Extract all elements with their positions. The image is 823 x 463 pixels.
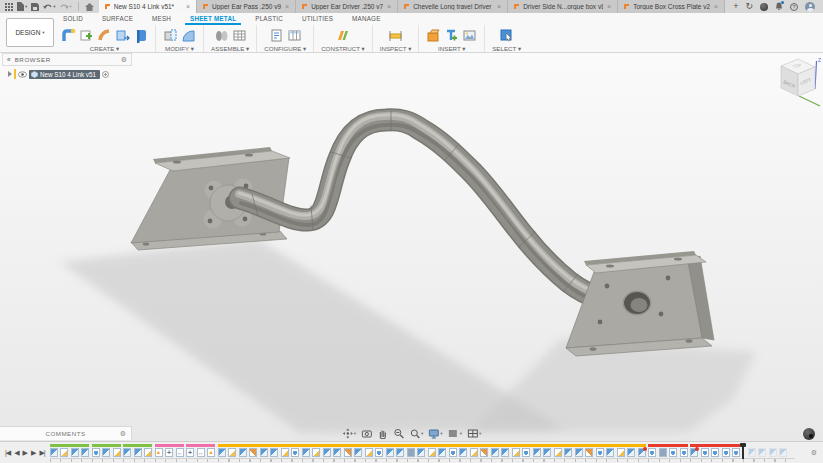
timeline-feature-icon[interactable] [396,448,404,457]
timeline-feature-icon[interactable] [50,448,58,457]
timeline-feature-icon[interactable] [638,448,646,457]
timeline-feature-icon[interactable] [543,448,551,457]
timeline-feature-icon[interactable] [428,448,436,457]
timeline-feature-icon[interactable] [71,448,79,457]
timeline-feature-icon[interactable] [564,448,572,457]
timeline-feature-icon[interactable] [270,448,278,457]
timeline-feature-icon[interactable] [596,448,604,457]
group-label-select[interactable]: SELECT ▾ [492,45,521,52]
view-cube[interactable]: Z BACK LEFT TOP [773,55,821,113]
tab-close-icon[interactable]: × [284,3,290,10]
timeline-feature-icon[interactable] [617,448,625,457]
insert-decal-icon[interactable] [426,28,441,43]
timeline-feature-icon[interactable] [491,448,499,457]
browser-settings-gear-icon[interactable]: ⚙ [121,56,127,63]
timeline-feature-icon[interactable] [680,448,688,457]
viewports-button[interactable]: ▾ [467,428,481,439]
tab-sheet-metal[interactable]: SHEET METAL [185,15,241,25]
visibility-eye-icon[interactable] [18,71,27,78]
display-settings-button[interactable]: ▾ [428,428,442,439]
timeline-feature-icon[interactable] [501,448,509,457]
timeline-feature-icon[interactable] [134,448,142,457]
timeline-feature-icon[interactable] [344,448,352,457]
undo-icon[interactable]: ▾ [43,3,55,11]
timeline-feature-icon[interactable] [701,448,709,457]
timeline-feature-icon[interactable] [386,448,394,457]
timeline-feature-icon[interactable] [758,448,766,457]
group-label-configure[interactable]: CONFIGURE ▾ [264,45,306,52]
workspace-selector-button[interactable]: DESIGN ▾ [6,18,54,47]
timeline-feature-icon[interactable] [354,448,362,457]
timeline-feature-icon[interactable] [375,448,383,457]
timeline-feature-icon[interactable] [648,448,656,457]
thicken-tool-icon[interactable] [133,28,148,43]
go-to-end-button[interactable]: ▶| [39,449,44,456]
timeline-feature-icon[interactable] [606,448,614,457]
document-tab[interactable]: New S10 4 Link v51* × [99,0,197,13]
sync-icon[interactable]: ↻ [745,2,753,11]
save-icon[interactable] [31,3,39,11]
timeline-feature-icon[interactable] [155,448,163,457]
tab-mesh[interactable]: MESH [147,15,176,25]
document-tab[interactable]: Upper Ear Pass .250 v9 × [197,0,296,13]
timeline-feature-icon[interactable] [512,448,520,457]
timeline-feature-icon[interactable] [113,448,121,457]
timeline-feature-icon[interactable] [669,448,677,457]
timeline-feature-icon[interactable] [165,448,173,457]
notifications-bell-icon[interactable] [775,2,783,12]
step-back-button[interactable]: ◀ [14,449,18,456]
help-icon[interactable]: ? [790,3,798,11]
timeline-feature-icon[interactable] [312,448,320,457]
bend-tool-icon[interactable] [97,28,112,43]
look-at-button[interactable] [361,428,372,439]
pan-button[interactable] [377,428,388,439]
timeline-feature-icon[interactable] [575,448,583,457]
user-avatar[interactable] [805,2,815,12]
timeline-feature-icon[interactable] [228,448,236,457]
timeline-feature-icon[interactable] [732,448,740,457]
file-menu-icon[interactable]: ▾ [17,2,27,11]
browser-root-row[interactable]: New S10 4 Link v51 [2,69,132,79]
timeline-feature-icon[interactable] [585,448,593,457]
group-label-construct[interactable]: CONSTRUCT ▾ [321,45,365,52]
timeline-feature-icon[interactable] [197,448,205,457]
expand-arrow-icon[interactable] [8,71,12,77]
timeline-feature-icon[interactable] [281,448,289,457]
timeline-feature-icon[interactable] [60,448,68,457]
group-label-create[interactable]: CREATE ▾ [90,45,119,52]
tab-plastic[interactable]: PLASTIC [250,15,288,25]
configuration-table-icon[interactable] [287,28,302,43]
tab-close-icon[interactable]: × [386,3,392,10]
timeline-playhead[interactable] [742,445,744,459]
app-grid-icon[interactable] [5,3,13,11]
timeline-feature-icon[interactable] [291,448,299,457]
timeline-feature-icon[interactable] [92,448,100,457]
root-component-chip[interactable]: New S10 4 Link v51 [29,70,100,79]
timeline-feature-icon[interactable] [176,448,184,457]
browser-collapse-icon[interactable]: « [7,56,11,63]
go-to-start-button[interactable]: |◀ [5,449,10,456]
timeline-track[interactable] [50,442,805,463]
tab-close-icon[interactable]: × [185,3,191,10]
tab-solid[interactable]: SOLID [58,15,88,25]
timeline-feature-icon[interactable] [748,448,756,457]
tab-close-icon[interactable]: × [713,3,719,10]
timeline-feature-icon[interactable] [302,448,310,457]
timeline-feature-icon[interactable] [365,448,373,457]
timeline-feature-icon[interactable] [659,448,667,457]
home-icon[interactable] [85,3,94,11]
timeline-feature-icon[interactable] [470,448,478,457]
timeline-feature-icon[interactable] [438,448,446,457]
status-ball-button[interactable] [803,428,815,440]
group-label-modify[interactable]: MODIFY ▾ [165,45,194,52]
configuration-doc-icon[interactable] [269,28,284,43]
timeline-feature-icon[interactable] [218,448,226,457]
play-button[interactable]: ▶ [23,449,27,456]
timeline-feature-icon[interactable] [711,448,719,457]
unfold-tool-icon[interactable] [163,28,178,43]
document-tab[interactable]: Upper Ear Driver .250 v7 × [296,0,398,13]
bom-table-icon[interactable] [232,28,247,43]
timeline-feature-icon[interactable] [522,448,530,457]
timeline-feature-icon[interactable] [769,448,777,457]
timeline-feature-icon[interactable] [449,448,457,457]
